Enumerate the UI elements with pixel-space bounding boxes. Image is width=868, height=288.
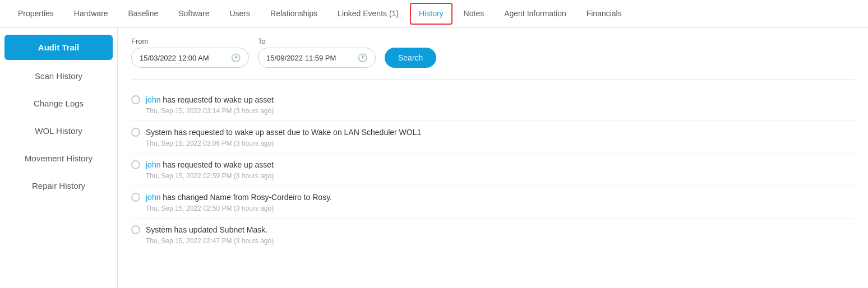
tab-linked-events[interactable]: Linked Events (1) bbox=[329, 3, 408, 25]
audit-entry: john has changed Name from Rosy-Cordeiro… bbox=[131, 186, 855, 219]
search-button[interactable]: Search bbox=[385, 48, 436, 68]
audit-user-link-1[interactable]: john bbox=[146, 95, 160, 104]
audit-text-3: john has requested to wake up asset bbox=[146, 159, 274, 171]
tab-properties[interactable]: Properties bbox=[9, 3, 63, 25]
audit-content-2: System has requested to wake up asset du… bbox=[146, 127, 421, 147]
tab-hardware[interactable]: Hardware bbox=[65, 3, 117, 25]
tab-agent-information[interactable]: Agent Information bbox=[495, 3, 575, 25]
from-input-wrapper: 🕐 bbox=[131, 48, 249, 68]
tab-history[interactable]: History bbox=[410, 3, 453, 25]
tab-users[interactable]: Users bbox=[220, 3, 259, 25]
audit-radio-2[interactable] bbox=[131, 128, 140, 137]
to-filter-group: To 🕐 bbox=[258, 37, 376, 68]
to-label: To bbox=[258, 37, 376, 45]
audit-text-4: john has changed Name from Rosy-Cordeiro… bbox=[146, 192, 332, 203]
to-date-input[interactable] bbox=[266, 54, 353, 62]
audit-timestamp-1: Thu, Sep 15, 2022 03:14 PM (3 hours ago) bbox=[146, 107, 274, 115]
tab-financials[interactable]: Financials bbox=[578, 3, 631, 25]
tab-software[interactable]: Software bbox=[169, 3, 218, 25]
tab-relationships[interactable]: Relationships bbox=[261, 3, 326, 25]
audit-content-5: System has updated Subnet Mask. Thu, Sep… bbox=[146, 224, 274, 245]
sidebar-item-scan-history[interactable]: Scan History bbox=[0, 62, 117, 90]
sidebar: Audit Trail Scan History Change Logs WOL… bbox=[0, 28, 118, 288]
audit-message-4: has changed Name from Rosy-Cordeiro to R… bbox=[160, 193, 332, 202]
audit-user-link-3[interactable]: john bbox=[146, 160, 160, 169]
audit-content-1: john has requested to wake up asset Thu,… bbox=[146, 94, 274, 115]
sidebar-item-change-logs[interactable]: Change Logs bbox=[0, 90, 117, 117]
audit-entry: john has requested to wake up asset Thu,… bbox=[131, 154, 855, 186]
tab-notes[interactable]: Notes bbox=[455, 3, 493, 25]
audit-text-5: System has updated Subnet Mask. bbox=[146, 224, 274, 236]
audit-text-2: System has requested to wake up asset du… bbox=[146, 127, 421, 138]
audit-timestamp-5: Thu, Sep 15, 2022 02:47 PM (3 hours ago) bbox=[146, 237, 274, 245]
audit-message-1: has requested to wake up asset bbox=[160, 95, 274, 104]
audit-message-3: has requested to wake up asset bbox=[160, 160, 274, 169]
audit-entry: System has updated Subnet Mask. Thu, Sep… bbox=[131, 219, 855, 250]
content-divider bbox=[131, 79, 855, 80]
from-date-input[interactable] bbox=[140, 54, 227, 62]
to-clock-icon: 🕐 bbox=[358, 53, 367, 62]
audit-message-5: System has updated Subnet Mask. bbox=[146, 225, 267, 234]
audit-radio-5[interactable] bbox=[131, 225, 140, 234]
audit-timestamp-4: Thu, Sep 15, 2022 02:50 PM (3 hours ago) bbox=[146, 205, 332, 212]
filter-row: From 🕐 To 🕐 Search bbox=[131, 37, 855, 68]
audit-timestamp-3: Thu, Sep 15, 2022 02:59 PM (3 hours ago) bbox=[146, 172, 274, 180]
tab-baseline[interactable]: Baseline bbox=[119, 3, 168, 25]
audit-user-link-4[interactable]: john bbox=[146, 193, 160, 202]
audit-timestamp-2: Thu, Sep 15, 2022 03:06 PM (3 hours ago) bbox=[146, 140, 421, 147]
audit-entry: john has requested to wake up asset Thu,… bbox=[131, 89, 855, 121]
audit-entry: System has requested to wake up asset du… bbox=[131, 121, 855, 154]
sidebar-item-wol-history[interactable]: WOL History bbox=[0, 117, 117, 145]
content-area: From 🕐 To 🕐 Search bbox=[118, 28, 868, 288]
from-clock-icon: 🕐 bbox=[231, 53, 241, 62]
top-navigation: Properties Hardware Baseline Software Us… bbox=[0, 0, 868, 28]
audit-entries-list: john has requested to wake up asset Thu,… bbox=[131, 89, 855, 250]
audit-text-1: john has requested to wake up asset bbox=[146, 94, 274, 106]
audit-radio-3[interactable] bbox=[131, 160, 140, 169]
sidebar-item-repair-history[interactable]: Repair History bbox=[0, 172, 117, 199]
audit-content-4: john has changed Name from Rosy-Cordeiro… bbox=[146, 192, 332, 212]
main-layout: Audit Trail Scan History Change Logs WOL… bbox=[0, 28, 868, 288]
audit-message-2: System has requested to wake up asset du… bbox=[146, 128, 421, 137]
audit-radio-4[interactable] bbox=[131, 193, 140, 202]
from-label: From bbox=[131, 37, 249, 45]
to-input-wrapper: 🕐 bbox=[258, 48, 376, 68]
from-filter-group: From 🕐 bbox=[131, 37, 249, 68]
sidebar-item-movement-history[interactable]: Movement History bbox=[0, 145, 117, 172]
audit-radio-1[interactable] bbox=[131, 95, 140, 104]
audit-content-3: john has requested to wake up asset Thu,… bbox=[146, 159, 274, 180]
sidebar-item-audit-trail[interactable]: Audit Trail bbox=[4, 35, 113, 60]
